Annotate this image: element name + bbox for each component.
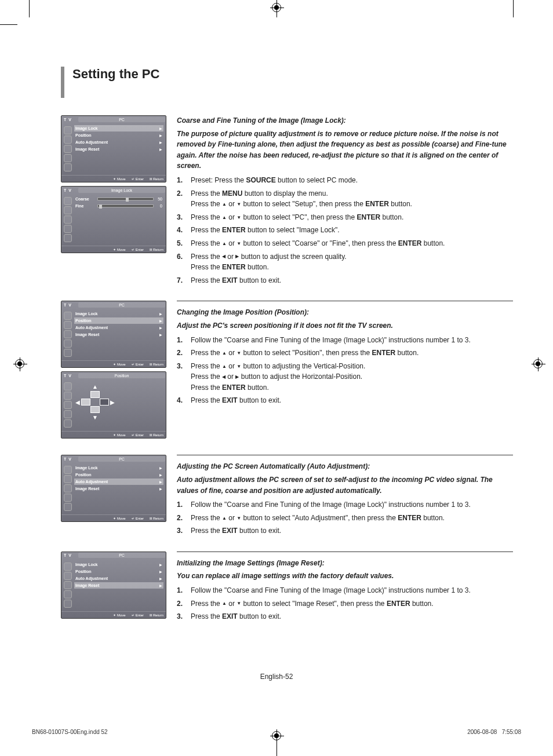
print-footer: BN68-01007S-00Eng.indd 52 2006-08-08 7:5… [32, 729, 521, 735]
osd-screenshot: T VPC Image Lock▶ Position▶ Auto Adjustm… [61, 455, 166, 522]
step: 3.Press the EXIT button to exit. [177, 611, 513, 622]
osd-icon [64, 206, 72, 214]
osd-menu-item: Position▶ [74, 568, 163, 575]
section-heading: Adjusting the PC Screen Automatically (A… [177, 461, 513, 472]
section-auto-adjustment: T VPC Image Lock▶ Position▶ Auto Adjustm… [61, 455, 513, 539]
osd-menu-item: Position▶ [74, 132, 163, 138]
osd-icon [64, 163, 72, 171]
step: 2.Press the ▲ or ▼ button to select "Aut… [177, 513, 513, 524]
osd-footer: ✦Move ↵Enter ⅢReturn [61, 175, 166, 182]
osd-icon [64, 126, 72, 134]
osd-menu-item: Image Lock▶ [74, 465, 163, 471]
step: 1.Preset: Press the SOURCE button to sel… [177, 175, 513, 186]
source-filename: BN68-01007S-00Eng.indd 52 [32, 729, 108, 735]
move-icon: ✦ [113, 247, 116, 251]
section-image-lock: T V PC Image L [61, 115, 513, 288]
section-intro: Auto adjustment allows the PC screen of … [177, 474, 513, 496]
up-arrow-icon: ▲ [222, 202, 227, 207]
step: 1.Follow the "Coarse and Fine Tuning of … [177, 335, 513, 346]
step: 6.Press the ◀ or ▶ button to adjust the … [177, 251, 513, 273]
up-arrow-icon: ▲ [92, 384, 98, 390]
step: 1.Follow the "Coarse and Fine Tuning of … [177, 585, 513, 596]
print-date: 2006-08-08 [467, 729, 497, 735]
section-heading: Changing the Image Position (Position): [177, 307, 513, 318]
osd-screenshot: T V Image Lock [61, 186, 166, 253]
osd-slider-coarse: Coarse50 [74, 196, 163, 202]
osd-menu-item: Image Reset▶ [74, 146, 163, 152]
return-icon: Ⅲ [150, 177, 152, 181]
osd-menu-item: Image Reset▶ [74, 582, 163, 589]
down-arrow-icon: ▼ [92, 414, 98, 421]
osd-icon [64, 197, 72, 205]
osd-screenshot: T VPC Image Lock▶ Position▶ Auto Adjustm… [61, 552, 166, 619]
up-arrow-icon: ▲ [222, 351, 227, 356]
step: 2.Press the ▲ or ▼ button to select "Pos… [177, 348, 513, 359]
chevron-right-icon: ▶ [159, 140, 163, 144]
return-icon: Ⅲ [150, 247, 152, 251]
section-intro: The purpose of picture quality adjustmen… [177, 129, 513, 171]
print-time: 7:55:08 [502, 729, 521, 735]
osd-icon [64, 234, 72, 242]
enter-icon: ↵ [132, 247, 134, 251]
chevron-right-icon: ▶ [159, 133, 163, 137]
osd-icon-column [61, 123, 74, 175]
osd-icon-column [61, 193, 74, 246]
step: 3.Press the ▲ or ▼ button to select "PC"… [177, 212, 513, 223]
step: 3.Press the ▲ or ▼ button to adjusting t… [177, 361, 513, 393]
osd-icon [64, 216, 72, 224]
step: 7.Press the EXIT button to exit. [177, 275, 513, 286]
step: 4.Press the ENTER button to select "Imag… [177, 225, 513, 236]
section-heading: Initializing the Image Settings (Image R… [177, 558, 513, 569]
osd-icon [64, 154, 72, 162]
osd-tv-label: T V [61, 188, 78, 192]
move-icon: ✦ [113, 177, 116, 181]
section-intro: You can replace all image settings with … [177, 571, 513, 582]
step: 2.Press the MENU button to display the m… [177, 188, 513, 210]
enter-icon: ↵ [132, 177, 134, 181]
osd-menu-item: Auto Adjustment▶ [74, 575, 163, 582]
osd-screenshot: T V PC Image L [61, 115, 166, 182]
osd-menu-item: Image Lock▶ [74, 311, 163, 317]
step: 2.Press the ▲ or ▼ button to select "Ima… [177, 598, 513, 609]
osd-icon [64, 225, 72, 233]
osd-tv-label: T V [61, 118, 78, 122]
step: 1.Follow the "Coarse and Fine Tuning of … [177, 499, 513, 510]
up-arrow-icon: ▲ [222, 216, 227, 220]
osd-icon [64, 136, 72, 144]
section-heading: Coarse and Fine Tuning of the Image (Ima… [177, 115, 513, 126]
osd-menu-item: Position▶ [74, 317, 163, 324]
osd-icon [64, 145, 72, 153]
up-arrow-icon: ▲ [222, 364, 227, 369]
osd-menu-item: Auto Adjustment▶ [74, 139, 163, 145]
section-intro: Adjust the PC's screen positioning if it… [177, 320, 513, 331]
osd-menu-item: Auto Adjustment▶ [74, 324, 163, 331]
osd-slider-fine: Fine0 [74, 203, 163, 209]
step: 3.Press the EXIT button to exit. [177, 525, 513, 536]
chevron-right-icon: ▶ [159, 147, 163, 151]
step: 5.Press the ▲ or ▼ button to select "Coa… [177, 238, 513, 249]
section-image-reset: T VPC Image Lock▶ Position▶ Auto Adjustm… [61, 552, 513, 624]
right-arrow-icon: ▶ [110, 399, 115, 406]
osd-menu-title: Image Lock [78, 188, 165, 193]
left-arrow-icon: ◀ [75, 399, 80, 406]
osd-menu-item: Image Lock▶ [74, 561, 163, 568]
page-number: English-52 [0, 673, 553, 681]
page-title: Setting the PC [61, 67, 513, 98]
up-arrow-icon: ▲ [222, 516, 227, 521]
chevron-right-icon: ▶ [159, 126, 163, 130]
osd-menu-item: Image Reset▶ [74, 485, 163, 492]
osd-screenshot: T VPosition ◀ ▲ ▼ ▶ [61, 371, 166, 439]
osd-screenshot: T VPC Image Lock▶ Position▶ Auto Adjustm… [61, 301, 166, 368]
step: 4.Press the EXIT button to exit. [177, 395, 513, 406]
osd-menu-item: Position▶ [74, 472, 163, 478]
up-arrow-icon: ▲ [222, 601, 227, 606]
osd-position-grid: ◀ ▲ ▼ ▶ [74, 379, 116, 425]
osd-menu-title: PC [78, 117, 165, 122]
osd-menu-item: Image Lock▶ [74, 125, 163, 132]
osd-menu-item: Image Reset▶ [74, 331, 163, 338]
osd-menu-item: Auto Adjustment▶ [74, 479, 163, 485]
osd-footer: ✦Move ↵Enter ⅢReturn [61, 246, 166, 253]
section-position: T VPC Image Lock▶ Position▶ Auto Adjustm… [61, 301, 513, 442]
up-arrow-icon: ▲ [222, 242, 227, 246]
